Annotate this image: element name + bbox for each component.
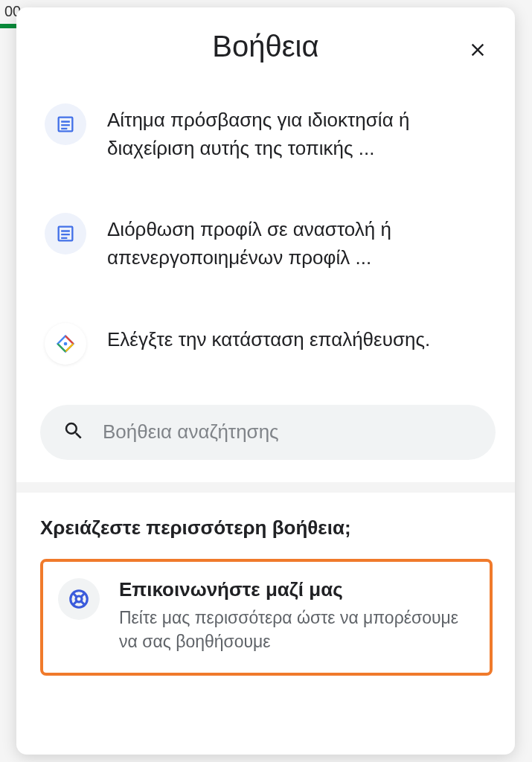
- contact-title: Επικοινωνήστε μαζί μας: [119, 578, 475, 601]
- more-help-title: Χρειάζεστε περισσότερη βοήθεια;: [40, 516, 500, 540]
- search-box[interactable]: [40, 405, 496, 460]
- search-icon: [63, 420, 85, 445]
- help-item-label: Αίτημα πρόσβασης για ιδιοκτησία ή διαχεί…: [107, 103, 496, 162]
- lifebuoy-icon: [58, 578, 100, 620]
- close-icon: [467, 39, 488, 63]
- help-item-label: Διόρθωση προφίλ σε αναστολή ή απενεργοπο…: [107, 213, 496, 272]
- contact-subtitle: Πείτε μας περισσότερα ώστε να μπορέσουμε…: [119, 606, 475, 653]
- contact-text-block: Επικοινωνήστε μαζί μας Πείτε μας περισσό…: [119, 578, 475, 653]
- panel-title: Βοήθεια: [39, 30, 493, 63]
- panel-header: Βοήθεια: [16, 7, 515, 78]
- help-scroll-area[interactable]: Αίτημα πρόσβασης για ιδιοκτησία ή διαχεί…: [16, 78, 515, 755]
- help-item-access-request[interactable]: Αίτημα πρόσβασης για ιδιοκτησία ή διαχεί…: [40, 93, 500, 183]
- help-item-label: Ελέγξτε την κατάσταση επαλήθευσης.: [107, 323, 430, 354]
- help-item-fix-profile[interactable]: Διόρθωση προφίλ σε αναστολή ή απενεργοπο…: [40, 202, 500, 292]
- diamond-icon: [45, 323, 86, 365]
- section-divider: [16, 482, 515, 493]
- close-button[interactable]: [461, 34, 494, 67]
- article-icon: [45, 213, 86, 254]
- help-panel: Βοήθεια Αίτημα πρόσβασης για ιδιοκτησία …: [16, 7, 515, 755]
- svg-point-2: [76, 596, 82, 602]
- svg-point-1: [71, 591, 88, 608]
- svg-point-0: [64, 342, 68, 345]
- article-icon: [45, 103, 86, 145]
- help-item-verification-status[interactable]: Ελέγξτε την κατάσταση επαλήθευσης.: [40, 313, 500, 385]
- search-input[interactable]: [103, 420, 473, 444]
- contact-us-item[interactable]: Επικοινωνήστε μαζί μας Πείτε μας περισσό…: [40, 559, 493, 676]
